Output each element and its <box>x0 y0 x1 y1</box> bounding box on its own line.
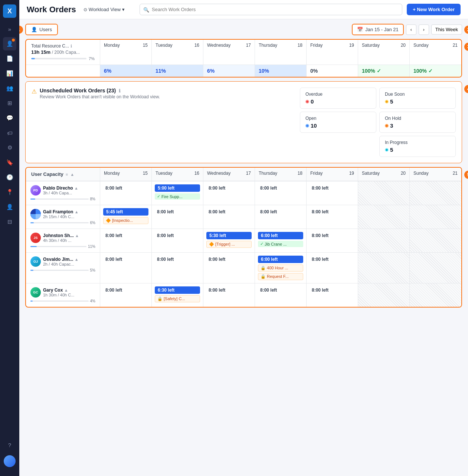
in-progress-stat: In Progress 5 <box>379 136 456 157</box>
johnston-task-wed[interactable]: 🔶 [Trigger] ... <box>206 241 252 248</box>
gary-tuesday: 6:30 left 🔒 [Safety] C... <box>152 283 203 307</box>
history-nav-icon[interactable]: 🕐 <box>3 171 16 184</box>
table-row: Gail Frampton ▲ 2h 15m / 40h C... 6% <box>26 205 461 229</box>
friday-cap: 0% <box>307 65 358 77</box>
pablo-collapse-icon[interactable]: ▲ <box>74 186 78 190</box>
step-2-badge: 2 <box>464 26 468 34</box>
resource-progress-fill <box>31 58 35 59</box>
user-johnston-info: JS Johnston Sh... ▲ 4h 30m / 40h ... <box>26 229 100 252</box>
users-nav-icon[interactable]: 👤 <box>3 200 16 214</box>
johnston-saturday <box>358 229 410 252</box>
settings-nav-icon[interactable]: ⚙ <box>3 141 16 154</box>
chat-nav-icon[interactable]: 💬 <box>3 111 16 125</box>
help-icon[interactable]: ? <box>3 438 16 452</box>
gary-monday: 8:00 left <box>100 283 152 307</box>
main-content: Work Orders ⊙ Workload View ▾ 🔍 + New Wo… <box>19 0 468 476</box>
osvaldo-hours: 2h / 40h Capac... <box>43 262 79 266</box>
friday-header: Friday 19 <box>307 40 358 65</box>
team-nav-icon[interactable]: 👥 <box>3 82 16 95</box>
user-pablo-info: PD Pablo Direcho ▲ 3h / 40h Capa... <box>26 181 100 205</box>
chart-nav-icon[interactable]: 📊 <box>3 67 16 80</box>
pablo-saturday <box>358 181 410 205</box>
user-avatar[interactable] <box>4 455 16 467</box>
tag-nav-icon[interactable]: 🏷 <box>3 126 16 139</box>
pablo-task-1[interactable]: ✓ Fire Supp... <box>155 193 200 200</box>
gail-tuesday: 8:00 left <box>152 205 203 229</box>
unscheduled-subtitle: Review Work Orders that aren't visible o… <box>40 94 160 99</box>
gary-task-1[interactable]: 🔒 [Safety] C... <box>155 295 200 302</box>
johnston-progress-bar <box>30 246 86 247</box>
users-icon: 👤 <box>31 27 37 32</box>
gary-friday: 8:00 left <box>307 283 358 307</box>
gail-sunday <box>410 205 461 229</box>
sort-icon[interactable]: ≡ <box>66 172 68 177</box>
page-title: Work Orders <box>27 5 76 14</box>
uc-monday: Monday15 <box>100 168 152 181</box>
due-soon-stat: Due Soon 5 <box>379 88 456 109</box>
next-week-button[interactable]: › <box>419 24 429 35</box>
location-nav-icon[interactable]: 📍 <box>3 186 16 199</box>
osvaldo-tuesday: 8:00 left <box>152 253 203 283</box>
gary-hours: 1h 30m / 40h C... <box>43 293 74 297</box>
document-nav-icon[interactable]: 📄 <box>3 52 16 65</box>
gary-name: Gary Cox ▲ <box>43 288 74 293</box>
user-gail-info: Gail Frampton ▲ 2h 15m / 40h C... 6% <box>26 205 100 229</box>
uc-friday: Friday19 <box>307 168 358 181</box>
expand-icon[interactable]: » <box>3 22 16 36</box>
users-label: Users <box>39 27 52 32</box>
gary-sunday <box>410 283 461 307</box>
bookmark-nav-icon[interactable]: 🔖 <box>3 156 16 169</box>
this-week-button[interactable]: This Week <box>431 24 462 35</box>
johnston-name: Johnston Sh... ▲ <box>43 233 79 238</box>
gail-task-1[interactable]: 🔶 [Inspectio... <box>103 217 148 224</box>
date-navigation: 📅 Jan 15 - Jan 21 ‹ › This Week <box>352 24 462 35</box>
user-gary-info: GC Gary Cox ▲ 1h 30m / 40h C... 4% <box>26 283 100 307</box>
thursday-header: Thursday 18 <box>255 40 307 65</box>
collapse-icon[interactable]: ▲ <box>70 172 74 177</box>
prev-week-button[interactable]: ‹ <box>406 24 416 35</box>
hierarchy-nav-icon[interactable]: ⊞ <box>3 96 16 110</box>
toolbar-row: 1 👤 Users 2 📅 Jan 15 - Jan 21 ‹ › This W… <box>25 24 462 35</box>
pablo-monday: 8:00 left <box>100 181 152 205</box>
hours-used: 13h 15m <box>31 49 50 55</box>
table-row: OJ Osvaldo Jim... ▲ 2h / 40h Capac... <box>26 252 461 283</box>
gary-collapse-icon[interactable]: ▲ <box>64 288 68 292</box>
date-range-display: 📅 Jan 15 - Jan 21 <box>352 24 404 35</box>
osvaldo-sunday <box>410 253 461 283</box>
osvaldo-task-2[interactable]: 🔒 Request F... <box>258 273 303 280</box>
gail-pct: 6% <box>90 221 95 225</box>
osvaldo-collapse-icon[interactable]: ▲ <box>75 257 79 262</box>
info-icon: ℹ <box>71 44 72 49</box>
gail-wednesday: 8:00 left <box>203 205 255 229</box>
on-hold-value: 3 <box>390 122 393 129</box>
gail-collapse-icon[interactable]: ▲ <box>75 210 79 214</box>
search-input[interactable] <box>140 4 402 15</box>
new-work-order-button[interactable]: + New Work Order <box>407 4 461 15</box>
johnston-tuesday: 8:00 left <box>152 229 203 252</box>
open-dot <box>305 124 309 128</box>
user-nav-icon[interactable]: 👤 <box>3 37 16 50</box>
gail-monday: 5:45 left 🔶 [Inspectio... <box>100 205 152 229</box>
pablo-pct: 8% <box>90 197 95 201</box>
johnston-sunday <box>410 229 461 252</box>
pablo-friday: 8:00 left <box>307 181 358 205</box>
table-nav-icon[interactable]: ⊟ <box>3 215 16 229</box>
gary-saturday <box>358 283 410 307</box>
capacity-text: 200h Capa... <box>54 50 80 55</box>
pablo-thursday: 8:00 left <box>255 181 307 205</box>
users-filter-button[interactable]: 👤 Users <box>25 24 58 35</box>
johnston-task-thu[interactable]: ✓ Jib Crane ... <box>258 241 303 247</box>
unscheduled-header: ⚠ Unscheduled Work Orders (23) ℹ Review … <box>32 88 295 99</box>
gail-name: Gail Frampton ▲ <box>43 209 79 214</box>
osvaldo-thursday: 6:00 left 🔒 400 Hour ... 🔒 Request F... <box>255 253 307 283</box>
pablo-avatar: PD <box>30 185 41 196</box>
osvaldo-task-1[interactable]: 🔒 400 Hour ... <box>258 265 303 272</box>
table-row: PD Pablo Direcho ▲ 3h / 40h Capa... <box>26 181 461 205</box>
tuesday-cap: 11% <box>152 65 203 77</box>
app-logo: X <box>3 4 16 18</box>
in-progress-dot <box>385 148 389 152</box>
tuesday-header: Tuesday 16 <box>152 40 203 65</box>
workload-view-button[interactable]: ⊙ Workload View ▾ <box>81 5 128 14</box>
johnston-collapse-icon[interactable]: ▲ <box>75 233 79 238</box>
gary-avatar: GC <box>30 287 41 298</box>
